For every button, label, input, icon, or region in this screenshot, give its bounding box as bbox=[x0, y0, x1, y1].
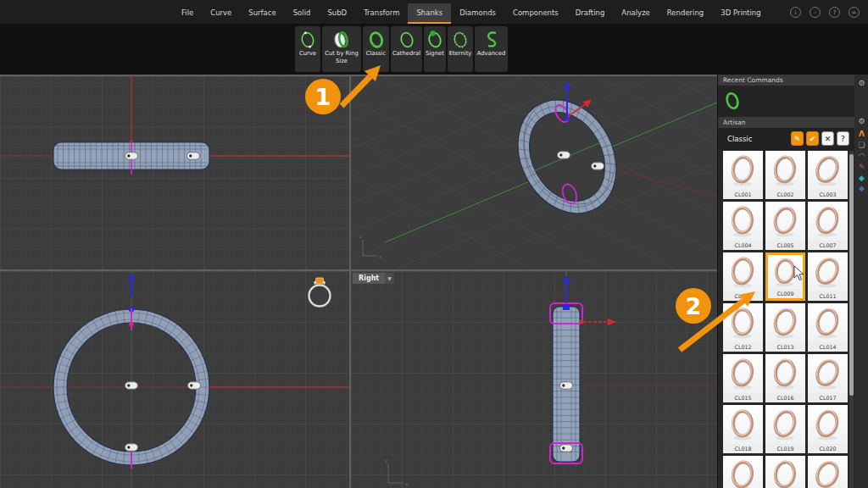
scrollbar-thumb[interactable] bbox=[849, 154, 854, 396]
recent-commands-header: Recent Commands bbox=[718, 75, 854, 86]
thumbnail-partial[interactable] bbox=[808, 456, 848, 488]
ring-thumbnail-image bbox=[808, 252, 848, 291]
toolbar-button-label: Eternity bbox=[448, 50, 473, 58]
ring-advanced-icon bbox=[482, 29, 501, 50]
menu-item-subd[interactable]: SubD bbox=[319, 3, 355, 24]
thumbnail-partial[interactable] bbox=[765, 456, 805, 488]
artisan-header: Artisan bbox=[718, 117, 854, 128]
classic-ring-icon[interactable] bbox=[722, 89, 743, 113]
thumbnail-cl018[interactable]: CL018 bbox=[723, 405, 763, 453]
perspective-view-drawing: z x bbox=[351, 76, 717, 269]
cancel-button[interactable]: ✕ bbox=[821, 131, 834, 146]
thumbnail-cl004[interactable]: CL004 bbox=[723, 202, 763, 250]
menu-item-curve[interactable]: Curve bbox=[202, 3, 240, 24]
ring-thumbnail-image bbox=[808, 456, 848, 488]
thumbnail-cl005[interactable]: CL005 bbox=[765, 202, 805, 250]
thumbnail-cl013[interactable]: CL013 bbox=[765, 303, 805, 352]
right-view-drawing: z x bbox=[351, 271, 717, 488]
command-value[interactable]: Classic bbox=[727, 135, 752, 143]
material-icon[interactable]: ◆ bbox=[856, 173, 867, 183]
toolbar-button-advanced[interactable]: Advanced bbox=[475, 26, 508, 72]
thumbnail-cl012[interactable]: CL012 bbox=[723, 303, 763, 352]
thumbnail-cl019[interactable]: CL019 bbox=[765, 405, 805, 453]
panel-scrollbar[interactable] bbox=[849, 151, 854, 488]
toolbar-button-classic[interactable]: Classic bbox=[363, 26, 389, 72]
paintbrush-icon[interactable]: ✎ bbox=[856, 162, 867, 172]
ring-thumbnail-image bbox=[765, 456, 805, 488]
menu-item-surface[interactable]: Surface bbox=[240, 3, 284, 24]
menu-item-diamonds[interactable]: Diamonds bbox=[451, 3, 504, 24]
gear-icon[interactable]: ⚙ bbox=[856, 78, 867, 88]
confirm-button[interactable]: ✔ bbox=[806, 131, 819, 146]
toolbar-button-label: Cut by Ring Size bbox=[322, 50, 361, 65]
ring-classic-icon bbox=[367, 29, 386, 50]
toolbar-button-label: Signet bbox=[425, 50, 445, 58]
ring-thumbnail-image bbox=[723, 405, 763, 444]
menu-item-rendering[interactable]: Rendering bbox=[659, 3, 712, 24]
ring-thumbnail-image bbox=[765, 202, 805, 241]
thumbnail-cl002[interactable]: CL002 bbox=[765, 151, 805, 199]
thumbnail-partial[interactable] bbox=[723, 456, 763, 488]
thumbnail-cl008[interactable]: CL008 bbox=[723, 252, 763, 301]
thumbnail-label: CL015 bbox=[723, 393, 763, 402]
menu-item-analyze[interactable]: Analyze bbox=[613, 3, 659, 24]
thumbnail-cl001[interactable]: CL001 bbox=[723, 151, 763, 199]
menu-item-drafting[interactable]: Drafting bbox=[567, 3, 614, 24]
menu-item-transform[interactable]: Transform bbox=[355, 3, 408, 24]
viewport-top[interactable] bbox=[0, 76, 349, 269]
thumbnail-cl007[interactable]: CL007 bbox=[808, 202, 848, 250]
svg-text:z: z bbox=[385, 458, 387, 463]
thumbnail-cl017[interactable]: CL017 bbox=[808, 354, 848, 402]
thumbnail-label: CL009 bbox=[768, 289, 803, 298]
toolbar-button-signet[interactable]: Signet bbox=[424, 26, 446, 72]
ring-template-grid: CL001 CL002 CL003 CL004 CL005 CL007 CL00… bbox=[723, 151, 848, 488]
thumbnail-label: CL007 bbox=[808, 241, 848, 250]
layers-icon[interactable]: ❏ bbox=[856, 140, 867, 150]
ring-thumbnail-image bbox=[723, 354, 763, 393]
menu-item-shanks[interactable]: Shanks bbox=[408, 3, 451, 24]
artisan-icon[interactable]: Λ bbox=[856, 129, 867, 139]
menu-item-3d-printing[interactable]: 3D Printing bbox=[712, 3, 769, 24]
ring-thumbnail-image bbox=[808, 405, 848, 444]
thumbnail-cl020[interactable]: CL020 bbox=[808, 405, 848, 453]
viewport-label[interactable]: Right ▼ bbox=[353, 273, 394, 284]
side-panel: Recent Commands Artisan Classic ✎✔✕? CL0… bbox=[717, 75, 868, 488]
chevron-down-icon[interactable]: ▼ bbox=[385, 273, 394, 284]
ring-thumbnail-image bbox=[808, 202, 848, 241]
menu-item-solid[interactable]: Solid bbox=[285, 3, 320, 24]
display-icon[interactable]: ❖ bbox=[856, 184, 867, 194]
viewport-label-text[interactable]: Right bbox=[353, 273, 385, 284]
help-icon[interactable]: ? bbox=[829, 7, 840, 18]
toolbar-button-cut-by-ring-size[interactable]: Cut by Ring Size bbox=[322, 26, 361, 72]
ring-cut-icon bbox=[331, 29, 352, 50]
info-icon[interactable]: i bbox=[790, 7, 801, 18]
ring-signet-icon bbox=[426, 29, 444, 50]
toolbar-button-eternity[interactable]: Eternity bbox=[448, 26, 473, 72]
edit-button[interactable]: ✎ bbox=[791, 131, 804, 146]
thumbnail-cl014[interactable]: CL014 bbox=[808, 303, 848, 352]
thumbnail-label: CL011 bbox=[808, 291, 848, 301]
menu-bar: FileCurveSurfaceSolidSubDTransformShanks… bbox=[0, 0, 868, 24]
help-button[interactable]: ? bbox=[837, 131, 849, 146]
viewport-perspective[interactable]: z x bbox=[351, 76, 717, 269]
menu-item-file[interactable]: File bbox=[173, 3, 202, 24]
viewport-front[interactable] bbox=[0, 271, 349, 488]
ring-thumbnail-image bbox=[723, 252, 763, 291]
thumbnail-cl015[interactable]: CL015 bbox=[723, 354, 763, 402]
cloud-icon[interactable]: ◦ bbox=[810, 7, 821, 18]
thumbnail-label: CL016 bbox=[765, 393, 805, 402]
ring-thumbnail-image bbox=[808, 303, 848, 342]
gear-icon[interactable]: ⚙ bbox=[856, 116, 867, 126]
mouse-cursor bbox=[793, 265, 805, 282]
toolbar-button-curve[interactable]: Curve bbox=[295, 26, 320, 72]
arc-icon[interactable]: ◠ bbox=[856, 151, 867, 161]
thumbnail-cl003[interactable]: CL003 bbox=[808, 151, 848, 199]
menu-items: FileCurveSurfaceSolidSubDTransformShanks… bbox=[173, 0, 770, 24]
link-icon[interactable]: ∞ bbox=[849, 7, 860, 18]
viewport-right[interactable]: Right ▼ bbox=[351, 271, 717, 488]
thumbnail-cl016[interactable]: CL016 bbox=[765, 354, 805, 402]
thumbnail-cl011[interactable]: CL011 bbox=[808, 252, 848, 301]
toolbar-button-cathedral[interactable]: Cathedral bbox=[391, 26, 422, 72]
thumbnail-label: CL014 bbox=[808, 342, 848, 352]
menu-item-components[interactable]: Components bbox=[504, 3, 567, 24]
